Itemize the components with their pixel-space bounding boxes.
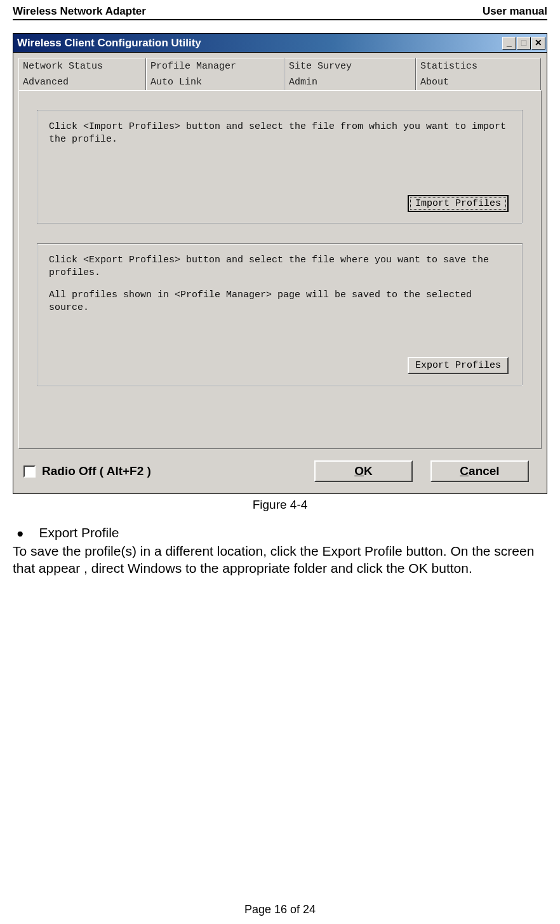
header-rule [13,19,547,20]
tab-admin[interactable]: Admin [284,74,416,91]
radio-off-checkbox[interactable]: Radio Off ( Alt+F2 ) [23,464,151,478]
tab-strip: Network Status Profile Manager Site Surv… [18,58,542,449]
bullet-title: Export Profile [39,525,119,542]
import-profiles-button[interactable]: Import Profiles [408,195,509,212]
bullet-export-profile: ● Export Profile [17,525,547,542]
cancel-button[interactable]: Cancel [430,460,529,482]
app-window: Wireless Client Configuration Utility _ … [13,33,547,494]
import-groupbox: Click <Import Profiles> button and selec… [37,110,523,224]
export-profiles-button[interactable]: Export Profiles [408,357,509,374]
import-text: Click <Import Profiles> button and selec… [49,121,511,147]
minimize-icon[interactable]: _ [502,37,516,50]
tab-auto-link[interactable]: Auto Link [146,74,284,91]
body-text: ● Export Profile To save the profile(s) … [13,525,547,577]
header-left: Wireless Network Adapter [13,5,146,18]
tab-advanced[interactable]: Advanced [18,74,146,91]
client-area: Network Status Profile Manager Site Surv… [13,53,547,493]
ok-button[interactable]: OK [314,460,413,482]
titlebar: Wireless Client Configuration Utility _ … [13,34,547,53]
tab-network-status[interactable]: Network Status [18,58,146,74]
tab-site-survey[interactable]: Site Survey [284,58,416,74]
checkbox-icon[interactable] [23,465,36,478]
export-text-1: Click <Export Profiles> button and selec… [49,254,511,280]
close-icon[interactable]: ✕ [531,37,545,50]
bullet-icon: ● [17,526,23,541]
radio-off-label: Radio Off ( Alt+F2 ) [42,464,151,478]
export-text-2: All profiles shown in <Profile Manager> … [49,289,511,315]
tab-about[interactable]: About [416,74,541,91]
tab-content: Click <Import Profiles> button and selec… [18,90,542,449]
export-groupbox: Click <Export Profiles> button and selec… [37,243,523,386]
window-controls: _ □ ✕ [502,37,545,50]
bottom-bar: Radio Off ( Alt+F2 ) OK Cancel [18,453,542,486]
figure-caption: Figure 4-4 [0,498,560,512]
tab-profile-manager[interactable]: Profile Manager [146,58,284,74]
header-right: User manual [483,5,547,18]
paragraph: To save the profile(s) in a different lo… [13,543,547,577]
window-title: Wireless Client Configuration Utility [17,37,201,50]
maximize-icon[interactable]: □ [517,37,531,50]
page-footer: Page 16 of 24 [0,903,560,916]
page-header: Wireless Network Adapter User manual [0,0,560,19]
dialog-buttons: OK Cancel [314,460,529,482]
tab-statistics[interactable]: Statistics [416,58,541,74]
